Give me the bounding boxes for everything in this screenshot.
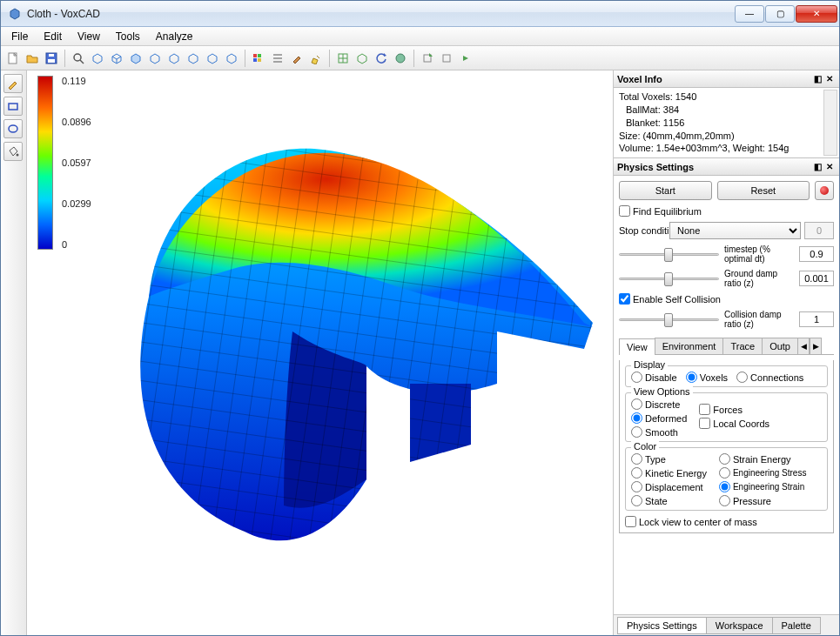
menu-edit[interactable]: Edit: [37, 29, 69, 44]
display-voxels-radio[interactable]: Voxels: [686, 372, 728, 383]
tab-view[interactable]: View: [619, 338, 655, 355]
btab-physics[interactable]: Physics Settings: [617, 617, 707, 634]
record-button[interactable]: [815, 181, 834, 200]
rect-tool-icon[interactable]: [3, 97, 23, 116]
undock-icon[interactable]: ◧: [811, 161, 823, 173]
svg-marker-34: [429, 53, 433, 57]
cube-2-icon[interactable]: [108, 50, 125, 67]
refresh-icon[interactable]: [373, 50, 390, 67]
start-button[interactable]: Start: [619, 181, 712, 200]
btab-palette[interactable]: Palette: [772, 617, 821, 634]
cube-3-icon[interactable]: [127, 50, 144, 67]
tab-scroll-right-icon[interactable]: ▶: [810, 338, 822, 354]
brush-icon[interactable]: [288, 50, 306, 67]
close-button[interactable]: ✕: [796, 5, 837, 23]
view-tab-pane: Display Disable Voxels Connections View …: [619, 360, 834, 533]
close-panel-icon[interactable]: ✕: [823, 73, 836, 85]
collisiondamp-slider[interactable]: [619, 311, 719, 327]
svg-marker-18: [227, 54, 236, 64]
menu-analyze[interactable]: Analyze: [149, 29, 200, 44]
color-pressure-radio[interactable]: Pressure: [719, 495, 807, 506]
cube-6-icon[interactable]: [185, 50, 202, 67]
titlebar[interactable]: Cloth - VoxCAD — ▢ ✕: [1, 1, 839, 27]
export-2-icon[interactable]: [438, 50, 455, 67]
menu-tools[interactable]: Tools: [109, 29, 147, 44]
view-deformed-radio[interactable]: Deformed: [631, 412, 687, 424]
open-icon[interactable]: [24, 50, 41, 67]
undock-icon[interactable]: ◧: [811, 73, 823, 85]
maximize-button[interactable]: ▢: [765, 5, 795, 23]
voxel-info-header[interactable]: Voxel Info ◧ ✕: [614, 70, 839, 88]
svg-marker-14: [151, 54, 159, 64]
simulation-mesh: [97, 123, 601, 575]
menu-view[interactable]: View: [71, 29, 107, 44]
display-connections-radio[interactable]: Connections: [736, 372, 803, 383]
legend-v3: 0.0299: [62, 198, 91, 209]
save-icon[interactable]: [43, 50, 60, 67]
close-panel-icon[interactable]: ✕: [823, 161, 836, 173]
grounddamp-value[interactable]: [799, 271, 834, 286]
cube-8-icon[interactable]: [223, 50, 240, 67]
color-type-radio[interactable]: Type: [631, 453, 707, 465]
new-icon[interactable]: [4, 50, 22, 67]
voxel-ballmat: BallMat: 384: [619, 104, 834, 117]
grounddamp-slider[interactable]: [619, 271, 719, 286]
tab-scroll-left-icon[interactable]: ◀: [797, 338, 810, 354]
self-collision-checkbox[interactable]: Enable Self Collision: [619, 293, 834, 305]
svg-marker-13: [131, 54, 140, 64]
arrow-right-icon[interactable]: [457, 50, 474, 67]
color-state-radio[interactable]: State: [631, 495, 707, 506]
localcoords-checkbox[interactable]: Local Coords: [699, 418, 769, 429]
color-engstrain-radio[interactable]: Engineering Strain: [719, 481, 807, 492]
tab-environment[interactable]: Environment: [655, 338, 724, 354]
cube-5-icon[interactable]: [165, 50, 183, 67]
color-engstress-radio[interactable]: Engineering Stress: [719, 467, 807, 479]
view-smooth-radio[interactable]: Smooth: [631, 426, 687, 438]
legend-min: 0: [62, 239, 91, 250]
svg-marker-8: [93, 54, 102, 64]
mesh-1-icon[interactable]: [334, 50, 352, 67]
physics-settings-header[interactable]: Physics Settings ◧ ✕: [614, 158, 839, 176]
color-strainenergy-radio[interactable]: Strain Energy: [719, 453, 807, 465]
export-1-icon[interactable]: [419, 50, 436, 67]
globe-icon[interactable]: [392, 50, 409, 67]
stop-condition-select[interactable]: None: [669, 222, 801, 239]
palette-icon[interactable]: [250, 50, 267, 67]
svg-marker-31: [384, 53, 386, 57]
reset-button[interactable]: Reset: [717, 181, 810, 200]
btab-workspace[interactable]: Workspace: [706, 617, 773, 634]
collisiondamp-value[interactable]: [799, 311, 834, 327]
svg-point-32: [396, 54, 405, 63]
forces-checkbox[interactable]: Forces: [699, 404, 769, 415]
list-icon[interactable]: [269, 50, 286, 67]
legend-v2: 0.0597: [62, 157, 91, 168]
svg-line-7: [80, 60, 84, 64]
bucket-tool-icon[interactable]: [3, 142, 23, 161]
viewport[interactable]: 0.119 0.0896 0.0597 0.0299 0: [27, 70, 613, 635]
display-disable-radio[interactable]: Disable: [631, 372, 677, 383]
cube-4-icon[interactable]: [146, 50, 164, 67]
zoom-icon[interactable]: [70, 50, 87, 67]
cube-1-icon[interactable]: [89, 50, 106, 67]
color-displacement-radio[interactable]: Displacement: [631, 481, 707, 492]
tab-output[interactable]: Outp: [762, 338, 798, 354]
timestep-slider[interactable]: [619, 246, 719, 262]
tab-trace[interactable]: Trace: [722, 338, 763, 354]
svg-rect-37: [9, 104, 17, 110]
svg-rect-5: [49, 54, 54, 57]
svg-marker-36: [463, 56, 468, 61]
view-discrete-radio[interactable]: Discrete: [631, 398, 687, 410]
lock-view-checkbox[interactable]: Lock view to center of mass: [625, 516, 828, 527]
stop-condition-value[interactable]: [804, 222, 834, 239]
find-equilibrium-checkbox[interactable]: Find Equilibrium: [619, 205, 834, 217]
scrollbar[interactable]: [823, 90, 837, 156]
color-kinetic-radio[interactable]: Kinetic Energy: [631, 467, 707, 479]
cube-7-icon[interactable]: [204, 50, 221, 67]
mesh-2-icon[interactable]: [353, 50, 371, 67]
menu-file[interactable]: File: [4, 29, 35, 44]
ellipse-tool-icon[interactable]: [3, 119, 23, 138]
timestep-value[interactable]: [799, 246, 834, 262]
pencil-icon[interactable]: [307, 50, 325, 67]
pencil-tool-icon[interactable]: [3, 74, 23, 93]
minimize-button[interactable]: —: [735, 5, 764, 23]
